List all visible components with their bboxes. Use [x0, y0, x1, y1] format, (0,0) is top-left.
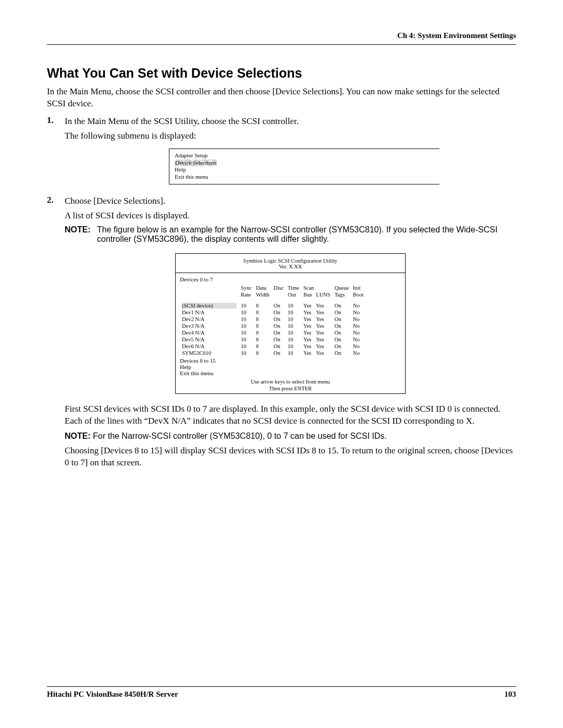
intro-paragraph: In the Main Menu, choose the SCSI contro… [47, 86, 516, 110]
scsi-cell: Yes [301, 343, 314, 350]
scsi-cell: Yes [301, 350, 314, 356]
post-paragraph: First SCSI devices with SCSI IDs 0 to 7 … [65, 403, 516, 427]
scsi-cell: 10 [239, 316, 254, 323]
step-text: The following submenu is displayed: [65, 131, 516, 141]
chapter-header: Ch 4: System Environment Settings [47, 31, 516, 40]
scsi-table: SyncDataDiscTimeScanQueueInitRateWidthOu… [180, 285, 365, 356]
scsi-cell: 8 [254, 350, 272, 356]
scsi-cell: Yes [301, 329, 314, 336]
scsi-cell: On [272, 309, 286, 316]
scsi-cell: Dev2 N/A [180, 316, 239, 323]
table-row: Dev1 N/A108On10YesYesOnNo [180, 309, 365, 316]
scsi-cell: On [333, 309, 351, 316]
scsi-cell: 10 [286, 302, 301, 309]
table-row: Dev5 N/A108On10YesYesOnNo [180, 336, 365, 343]
scsi-cell: No [351, 309, 365, 316]
scsi-cell: Yes [314, 302, 332, 309]
scsi-cell: 10 [239, 350, 254, 356]
scsi-cell: 8 [254, 323, 272, 329]
scsi-header: Width [254, 291, 272, 298]
scsi-cell: 10 [286, 350, 301, 356]
scsi-header: Scan [301, 285, 333, 291]
scsi-cell: No [351, 302, 365, 309]
page-footer: Hitachi PC VisionBase 8450H/R Server 103 [47, 686, 516, 699]
scsi-cell: SYM53C810 [180, 350, 239, 356]
scsi-cell: 10 [239, 343, 254, 350]
scsi-cell: Dev6 N/A [180, 343, 239, 350]
scsi-header: Queue [333, 285, 351, 291]
note-label: NOTE: [65, 225, 97, 244]
scsi-cell: 8 [254, 329, 272, 336]
scsi-cell: On [272, 316, 286, 323]
step-2: 2. Choose [Device Selections]. A list of… [47, 195, 516, 473]
scsi-header: Data [254, 285, 272, 291]
scsi-menu-item: Devices 8 to 15 [180, 357, 401, 364]
scsi-cell: Yes [314, 329, 332, 336]
submenu-item-selected: Device Selections [175, 159, 217, 167]
scsi-cell: No [351, 343, 365, 350]
scsi-header: Boot [351, 291, 365, 298]
step-number: 1. [47, 115, 65, 192]
scsi-header: Time [286, 285, 301, 291]
scsi-cell: 8 [254, 302, 272, 309]
scsi-cell: 8 [254, 309, 272, 316]
scsi-cell: 10 [286, 336, 301, 343]
scsi-header: Out [286, 291, 301, 298]
footer-rule [47, 686, 516, 687]
scsi-cell: Yes [314, 316, 332, 323]
scsi-cell: On [333, 343, 351, 350]
scsi-header: Bus [301, 291, 314, 298]
scsi-cell: On [272, 343, 286, 350]
section-title: What You Can Set with Device Selections [47, 66, 516, 81]
scsi-cell: Yes [301, 316, 314, 323]
table-row: SYM53C810108On10YesYesOnNo [180, 350, 365, 356]
step-text: In the Main Menu of the SCSI Utility, ch… [65, 116, 516, 127]
scsi-cell: 10 [286, 343, 301, 350]
step-1: 1. In the Main Menu of the SCSI Utility,… [47, 115, 516, 192]
scsi-cell: Dev1 N/A [180, 309, 239, 316]
scsi-cell: On [333, 350, 351, 356]
table-row: (SCSI device)108On10YesYesOnNo [180, 302, 365, 309]
step-text: Choose [Device Selections]. [65, 196, 516, 206]
scsi-footer2: Then press ENTER [176, 386, 405, 393]
scsi-title1: Symbios Logic SCSI Configuration Utility [179, 258, 402, 264]
table-row: Dev2 N/A108On10YesYesOnNo [180, 316, 365, 323]
scsi-cell: 10 [286, 329, 301, 336]
scsi-cell: On [272, 336, 286, 343]
scsi-cell: 10 [239, 336, 254, 343]
scsi-cell: On [333, 323, 351, 329]
scsi-figure: Symbios Logic SCSI Configuration Utility… [175, 253, 406, 394]
submenu-item: Help [175, 166, 435, 174]
scsi-cell: On [272, 329, 286, 336]
scsi-cell: No [351, 329, 365, 336]
submenu-item: Exit this menu [175, 174, 435, 181]
scsi-cell: On [272, 350, 286, 356]
scsi-header [180, 291, 239, 298]
scsi-cell: Dev4 N/A [180, 329, 239, 336]
scsi-cell: 10 [239, 309, 254, 316]
scsi-title2: Ver. X.XX [179, 264, 402, 269]
scsi-cell: (SCSI device) [180, 302, 239, 309]
scsi-cell: 8 [254, 336, 272, 343]
footer-page-number: 103 [505, 690, 517, 699]
note-2: NOTE: For the Narrow-SCSI controller (SY… [65, 431, 516, 441]
scsi-cell: 8 [254, 316, 272, 323]
scsi-header: Tags [333, 291, 351, 298]
scsi-cell: 10 [239, 302, 254, 309]
scsi-cell: Yes [301, 302, 314, 309]
scsi-cell: On [272, 302, 286, 309]
table-row: Dev3 N/A108On10YesYesOnNo [180, 323, 365, 329]
scsi-menu-item: Exit this menu [180, 370, 401, 376]
scsi-header: Init [351, 285, 365, 291]
scsi-cell: 10 [239, 323, 254, 329]
scsi-cell: No [351, 323, 365, 329]
scsi-cell: 10 [286, 309, 301, 316]
scsi-cell: Dev3 N/A [180, 323, 239, 329]
note-body: For the Narrow-SCSI controller (SYM53C81… [93, 431, 387, 440]
scsi-cell: No [351, 316, 365, 323]
footer-left: Hitachi PC VisionBase 8450H/R Server [47, 690, 178, 699]
scsi-cell: No [351, 336, 365, 343]
scsi-cell: 10 [286, 323, 301, 329]
scsi-cell: Yes [314, 336, 332, 343]
step-number: 2. [47, 195, 65, 473]
